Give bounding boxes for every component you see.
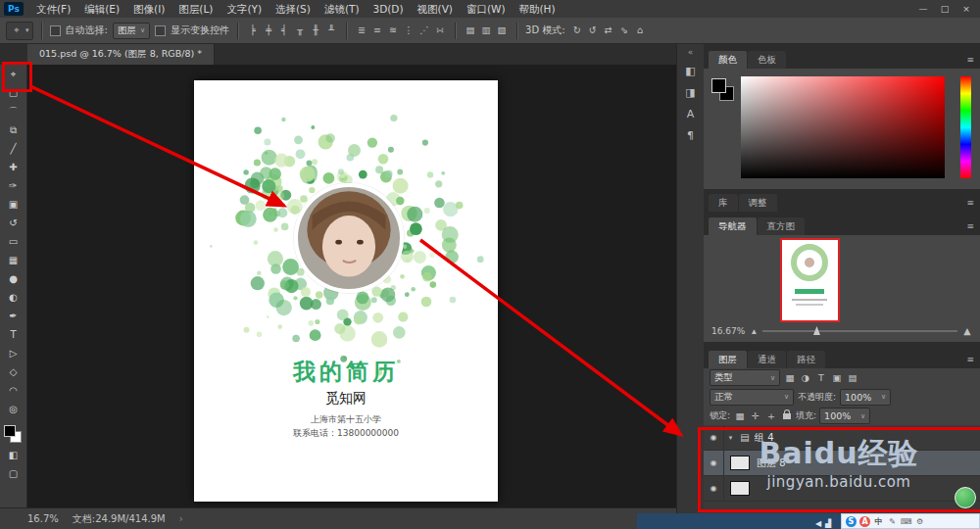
align-bottom-icon[interactable]: ╨ — [324, 24, 338, 37]
zoom-tool[interactable]: ◎ — [0, 400, 26, 418]
zoom-in-mountain-icon[interactable]: ▲ — [962, 324, 972, 338]
artboard[interactable]: 我的简历 觅知网 上海市第十五小学 联系电话：13800000000 — [194, 80, 498, 502]
layers-tabs-0[interactable]: 图层 — [709, 351, 747, 368]
lock-all-icon[interactable] — [783, 413, 791, 419]
menu-item-5[interactable]: 选择(S) — [269, 1, 318, 18]
library-tabs-0[interactable]: 库 — [709, 194, 738, 212]
filter-adjustment-layers-icon[interactable]: ◑ — [799, 371, 812, 385]
menu-item-10[interactable]: 帮助(H) — [513, 1, 563, 18]
paragraph-panel-icon[interactable]: ¶ — [684, 129, 698, 143]
gradient-tool[interactable]: ▦ — [0, 251, 26, 269]
layer-row[interactable]: ◉▾▤组 4 — [704, 425, 980, 451]
navigator-thumbnail[interactable] — [782, 240, 838, 320]
panel-color-swatches[interactable] — [711, 78, 737, 104]
expand-panels-icon[interactable]: « — [677, 47, 704, 57]
fill-dropdown[interactable]: 100% ∨ — [819, 408, 870, 424]
sogou-icon[interactable]: S — [846, 516, 857, 527]
menu-item-2[interactable]: 图像(I) — [126, 1, 172, 18]
3d-rotate-icon[interactable]: ↻ — [570, 24, 584, 37]
filter-pixel-layers-icon[interactable]: ▦ — [783, 371, 797, 385]
foreground-color-swatch[interactable] — [4, 425, 16, 437]
distribute-right-icon[interactable]: ∺ — [433, 24, 447, 37]
menu-item-9[interactable]: 窗口(W) — [460, 1, 513, 18]
minimize-button[interactable]: — — [917, 4, 929, 14]
filter-kind-dropdown[interactable]: 类型 ∨ — [710, 369, 780, 386]
clone-stamp-tool[interactable]: ▣ — [0, 195, 26, 214]
align-left-icon[interactable]: ╞ — [246, 24, 260, 37]
opacity-dropdown[interactable]: 100% ∨ — [840, 389, 891, 406]
filter-text-layers-icon[interactable]: T — [814, 371, 828, 385]
panel-menu-icon[interactable]: ≡ — [966, 55, 974, 65]
crop-tool[interactable]: ⧉ — [0, 120, 26, 139]
distribute-bottom-icon[interactable]: ≋ — [386, 24, 400, 37]
auto-select-dropdown[interactable]: 图层 ∨ — [113, 23, 150, 39]
foreground-background-swatches[interactable] — [0, 422, 26, 446]
navigator-tabs-0[interactable]: 导航器 — [709, 217, 757, 235]
align-top-icon[interactable]: ╥ — [293, 24, 307, 37]
panel-menu-icon[interactable]: ≡ — [966, 198, 974, 208]
windows-taskbar[interactable]: ◀▟ — [637, 513, 841, 529]
type-tool[interactable]: T — [0, 325, 26, 344]
menu-item-6[interactable]: 滤镜(T) — [318, 1, 367, 18]
input-settings-icon[interactable]: ⚙ — [914, 516, 925, 527]
maximize-button[interactable]: □ — [939, 4, 951, 14]
document-tab[interactable]: 015.psd @ 16.7% (图层 8, RGB/8) * — [27, 44, 215, 65]
layers-tabs-2[interactable]: 路径 — [787, 351, 825, 368]
panel-menu-icon[interactable]: ≡ — [966, 221, 974, 231]
foreground-swatch[interactable] — [711, 78, 726, 93]
menu-item-8[interactable]: 视图(V) — [411, 1, 460, 18]
quick-mask-icon[interactable]: ◧ — [0, 446, 26, 464]
auto-select-checkbox[interactable] — [50, 25, 61, 36]
handwriting-icon[interactable]: ✎ — [887, 516, 898, 527]
eraser-tool[interactable]: ▭ — [0, 232, 26, 251]
layer-row[interactable]: ◉ — [704, 476, 980, 502]
input-mode-icon[interactable]: A — [859, 516, 870, 527]
lasso-tool[interactable]: ⌒ — [0, 102, 26, 120]
brush-tool[interactable]: ✑ — [0, 176, 26, 195]
path-select-tool[interactable]: ▷ — [0, 344, 26, 362]
menu-item-3[interactable]: 图层(L) — [172, 1, 220, 18]
workspace-icon[interactable]: ▧ — [495, 24, 509, 37]
hue-slider[interactable] — [960, 76, 971, 178]
menu-item-4[interactable]: 文字(Y) — [220, 1, 269, 18]
filter-smart-objects-icon[interactable]: ▤ — [846, 371, 859, 385]
info-panel-icon[interactable]: ◨ — [684, 86, 698, 100]
history-brush-tool[interactable]: ↺ — [0, 214, 26, 232]
panel-menu-icon[interactable]: ≡ — [966, 355, 974, 364]
align-middle-icon[interactable]: ╫ — [309, 24, 322, 37]
3d-drag-icon[interactable]: ⇄ — [602, 24, 615, 37]
lock-paint-icon[interactable]: ✛ — [749, 409, 762, 423]
navigator-tabs-1[interactable]: 直方图 — [758, 217, 806, 235]
eye-icon[interactable]: ◉ — [704, 451, 724, 475]
blur-tool[interactable]: ● — [0, 269, 26, 288]
canvas-area[interactable]: 我的简历 觅知网 上海市第十五小学 联系电话：13800000000 — [27, 65, 676, 507]
screen-mode-icon[interactable]: ▢ — [0, 464, 26, 483]
menu-item-7[interactable]: 3D(D) — [366, 1, 410, 18]
hand-tool[interactable]: ◠ — [0, 381, 26, 400]
auto-align-icon[interactable]: ▤ — [464, 24, 477, 37]
blend-mode-dropdown[interactable]: 正常 ∨ — [710, 389, 794, 406]
warp-mode-icon[interactable]: ▥ — [479, 24, 493, 37]
layer-thumbnail[interactable] — [730, 481, 750, 496]
3d-roll-icon[interactable]: ↺ — [586, 24, 600, 37]
status-zoom[interactable]: 16.7% — [27, 513, 59, 524]
dodge-tool[interactable]: ◐ — [0, 288, 26, 307]
distribute-left-icon[interactable]: ⋮ — [402, 24, 416, 37]
library-tabs-1[interactable]: 调整 — [739, 194, 777, 212]
chinese-input-icon[interactable]: 中 — [873, 516, 884, 527]
keyboard-icon[interactable]: ⌨ — [901, 516, 911, 527]
eye-icon[interactable]: ◉ — [704, 425, 724, 450]
rect-marquee-tool[interactable]: ▢ — [0, 83, 26, 102]
slider-handle[interactable] — [813, 326, 820, 335]
color-tabs-1[interactable]: 色板 — [748, 51, 786, 69]
align-right-icon[interactable]: ╡ — [277, 24, 291, 37]
layer-thumbnail[interactable] — [730, 456, 750, 470]
eyedropper-tool[interactable]: ╱ — [0, 139, 26, 158]
lock-transparency-icon[interactable]: ▦ — [733, 409, 747, 423]
distribute-top-icon[interactable]: ≣ — [355, 24, 368, 37]
3d-slide-icon[interactable]: ⇘ — [617, 24, 631, 37]
spot-healing-tool[interactable]: ✚ — [0, 158, 26, 176]
navigator-zoom-value[interactable]: 16.67% — [711, 326, 745, 336]
caret-down-icon[interactable]: ▾ — [724, 434, 737, 442]
saturation-field[interactable] — [741, 76, 945, 178]
